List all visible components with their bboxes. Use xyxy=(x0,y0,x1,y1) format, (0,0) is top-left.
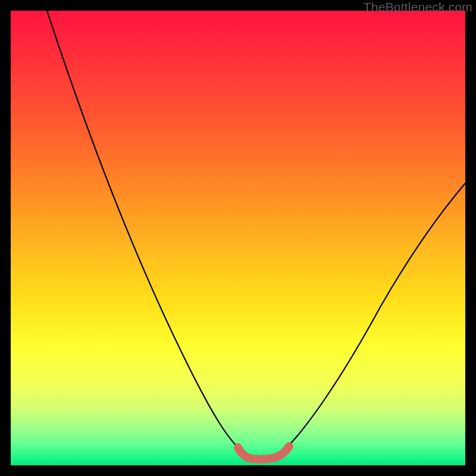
chart-frame: TheBottleneck.com xyxy=(0,0,476,476)
plot-area xyxy=(11,11,465,465)
optimal-zone-marker xyxy=(238,446,289,459)
bottleneck-curve xyxy=(47,11,465,458)
curve-layer xyxy=(11,11,465,465)
watermark-text: TheBottleneck.com xyxy=(364,0,472,14)
